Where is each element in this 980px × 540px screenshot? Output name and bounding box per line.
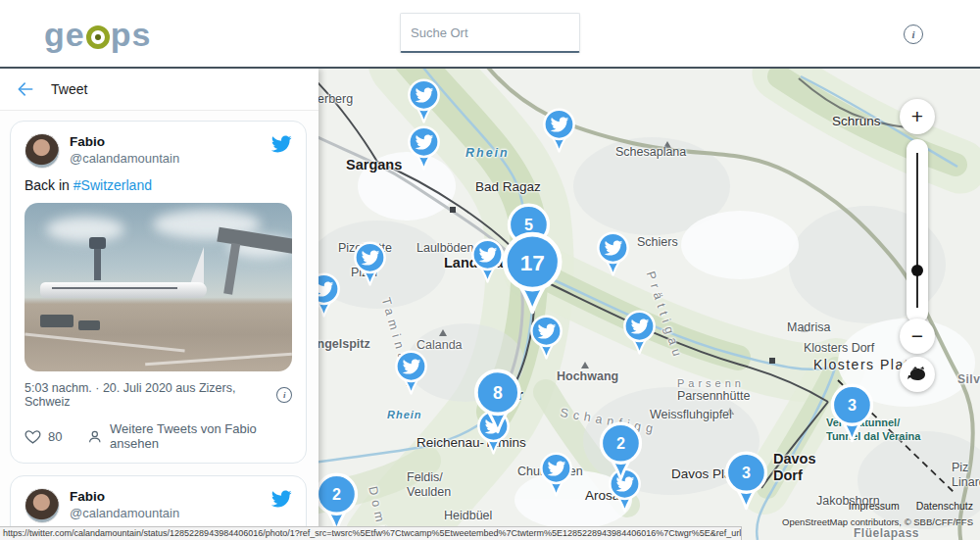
svg-text:17: 17 [519,251,544,275]
like-count: 80 [48,429,62,444]
cluster-marker[interactable]: 17 [499,231,565,320]
svg-text:2: 2 [332,485,341,503]
tweet-marker[interactable] [595,231,631,281]
svg-text:3: 3 [742,464,751,481]
logo-o-icon [86,25,110,49]
svg-text:3: 3 [848,396,857,414]
datenschutz-link[interactable]: Datenschutz [916,500,973,512]
tweet-marker[interactable] [538,452,574,502]
cluster-marker[interactable]: 3 [828,383,876,448]
tweet-photo-airport[interactable] [24,203,292,371]
airplane-body [40,282,206,298]
tweet-timestamp: 5:03 nachm. · 20. Juli 2020 aus Zizers, … [24,381,276,409]
tweet-card[interactable]: Fabio @calandamountain Back in #Switzerl… [10,121,307,464]
cluster-marker[interactable]: 2 [597,421,645,486]
place-search-box [400,13,580,53]
avatar[interactable] [24,133,60,169]
zoom-out-button[interactable]: − [900,319,935,354]
more-tweets-link[interactable]: Weitere Tweets von Fabio ansehen [87,421,292,451]
tweet-marker[interactable] [352,241,388,291]
tweet-handle[interactable]: @calandamountain [70,506,270,522]
fly-layer-button[interactable] [900,357,935,392]
airplane-tail [190,247,204,284]
map[interactable]: FlumserbergSargansRheinBad RagazSchrunsS… [318,69,980,540]
tweet-author[interactable]: Fabio [70,134,270,151]
cluster-marker[interactable]: 8 [471,368,524,439]
zoom-slider[interactable] [906,139,928,323]
sidebar-title: Tweet [51,81,87,97]
tweet-marker[interactable] [318,272,342,322]
geops-logo[interactable]: geps [44,16,151,53]
tweet-info-icon[interactable]: i [276,387,292,403]
tweet-marker[interactable] [393,350,429,400]
tweet-marker[interactable] [406,125,442,175]
map-attribution: Impressum Datenschutz OpenStreetMap cont… [782,500,973,527]
tweet-marker[interactable] [541,108,577,158]
logo-text-right: ps [111,16,152,53]
heart-icon [24,428,41,445]
tweet-handle[interactable]: @calandamountain [70,151,270,168]
like-action[interactable]: 80 [24,428,62,445]
browser-status-bar: https://twitter.com/calandamountain/stat… [0,526,742,540]
avatar[interactable] [24,488,60,523]
twitter-icon[interactable] [270,133,292,155]
status-url: https://twitter.com/calandamountain/stat… [3,528,742,538]
zoom-slider-track [916,153,918,308]
logo-text-left: ge [44,16,85,53]
svg-text:8: 8 [493,383,503,403]
zoom-slider-handle[interactable] [911,265,923,276]
cluster-marker[interactable]: 3 [722,451,770,515]
info-button[interactable]: i [904,25,923,44]
impressum-link[interactable]: Impressum [849,500,900,512]
hashtag-link[interactable]: #Switzerland [74,177,152,193]
arrow-left-icon [16,79,35,99]
search-input[interactable] [411,25,583,40]
person-icon [87,428,103,445]
control-tower [94,247,101,280]
svg-text:2: 2 [616,434,625,452]
tweet-marker[interactable] [406,78,442,128]
app-header: geps i [0,0,980,69]
fly-icon [906,367,928,382]
sidebar-header: Tweet [0,69,318,111]
tweet-author[interactable]: Fabio [70,489,270,506]
info-icon: i [904,25,923,44]
tweet-sidebar: Tweet Fabio @calandamountain Back in #Sw… [0,69,318,540]
attribution-text: OpenStreetMap contributors, © SBB/CFF/FF… [782,516,973,527]
tweet-text: Back in #Switzerland [24,177,292,193]
twitter-icon[interactable] [270,488,292,510]
tweet-marker[interactable] [528,315,564,365]
back-button[interactable] [14,77,37,101]
tweet-marker[interactable] [621,310,658,360]
zoom-in-button[interactable]: + [900,99,935,134]
